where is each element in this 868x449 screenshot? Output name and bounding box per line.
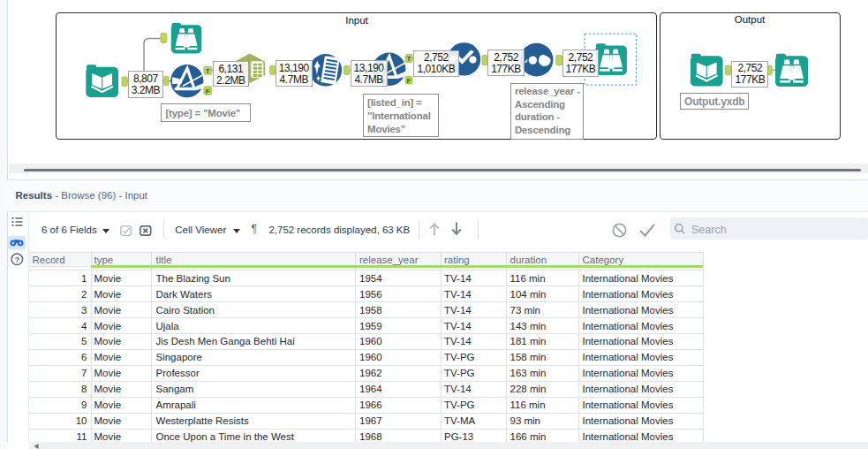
svg-text:F: F: [407, 77, 411, 85]
svg-text:T: T: [407, 55, 411, 63]
svg-text:T: T: [206, 67, 210, 75]
svg-text:F: F: [206, 88, 210, 95]
svg-text:?: ?: [14, 255, 19, 264]
